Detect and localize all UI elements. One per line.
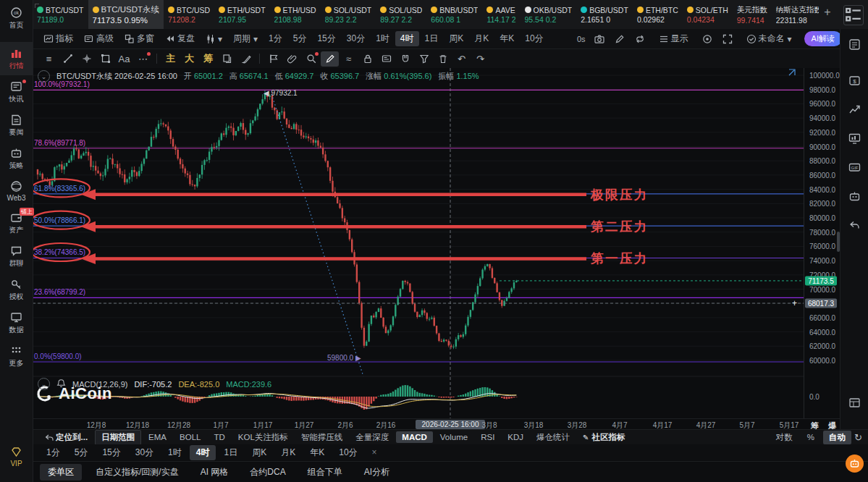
sidebar-item-数据[interactable]: 数据 xyxy=(0,306,33,339)
ticker-item[interactable]: SOL/USD89.27 2.2 xyxy=(376,0,426,29)
timeframe-年K[interactable]: 年K xyxy=(303,445,331,460)
note-button[interactable] xyxy=(846,36,862,52)
tool-magnet[interactable] xyxy=(396,51,414,67)
sidebar-item-vip[interactable]: VIP xyxy=(0,441,33,472)
indicator-tab-KDJ[interactable]: KDJ xyxy=(502,431,529,443)
tool-zoom[interactable] xyxy=(302,51,320,67)
ticker-item[interactable]: 纳斯达克指数22311.98 xyxy=(772,0,819,29)
indicator-tab-爆仓统计[interactable]: 爆仓统计 xyxy=(531,431,576,444)
display-settings-button[interactable]: 显示 xyxy=(654,31,694,46)
collapse-chevron-icon[interactable]: ⌄ xyxy=(38,378,50,390)
timeframe-周K[interactable]: 周K xyxy=(245,445,273,460)
ticker-item[interactable]: OKB/USDT95.54 0.2 xyxy=(521,0,577,29)
camera-button[interactable] xyxy=(593,33,606,46)
indicator-tab-Volume[interactable]: Volume xyxy=(434,431,473,443)
ticker-item[interactable]: SOL/USDT89.23 2.2 xyxy=(321,0,376,29)
indicator-tab-EMA[interactable]: EMA xyxy=(143,431,172,443)
tool-wave[interactable]: ≈ xyxy=(340,51,358,67)
toolbar-multiwindow-button[interactable]: 多窗 xyxy=(119,31,159,46)
candlestick-chart[interactable]: +100.0%(97932.1)78.6%(89771.8)61.8%(8336… xyxy=(33,68,804,418)
bottom-tab-合约DCA[interactable]: 合约DCA xyxy=(242,464,293,481)
bottom-tab-委单区[interactable]: 委单区 xyxy=(40,464,82,481)
indicator-tab-智能撑压线[interactable]: 智能撑压线 xyxy=(295,431,349,444)
timeframe-5分[interactable]: 5分 xyxy=(68,445,95,460)
tool-chips[interactable]: 筹 xyxy=(199,51,217,67)
indicator-tab-RSI[interactable]: RSI xyxy=(475,431,500,443)
reply-button[interactable] xyxy=(846,217,862,233)
tool-funnel[interactable] xyxy=(415,51,433,67)
pressure-annotation-text[interactable]: 极限压力 xyxy=(590,187,649,202)
period-年K[interactable]: 年K xyxy=(494,31,519,46)
toolbar-advanced-button[interactable]: 高级 xyxy=(79,31,119,46)
locate-button[interactable]: 定位到... xyxy=(38,431,93,444)
add-ticker-button[interactable]: + xyxy=(820,6,835,19)
ticker-item[interactable]: BTC/USDT永续71173.5 0.95% xyxy=(88,0,164,29)
timeframe-30分[interactable]: 30分 xyxy=(129,445,160,460)
ai-interpret-button[interactable]: AI解读 xyxy=(804,31,842,46)
record-button[interactable] xyxy=(701,33,714,46)
crosshair-plus-handle[interactable]: + xyxy=(792,298,797,308)
sidebar-item-要闻[interactable]: 要闻 xyxy=(0,109,33,142)
tool-lock[interactable] xyxy=(358,51,376,67)
tool-trash[interactable] xyxy=(434,51,452,67)
ticker-item[interactable]: SOL/ETH0.04234 xyxy=(683,0,733,29)
monitor-chart-button[interactable] xyxy=(846,130,862,146)
ticker-item[interactable]: BNB/USDT660.08 1 xyxy=(426,0,482,29)
sidebar-item-快讯[interactable]: 快讯 xyxy=(0,75,33,109)
indicator-tab-BOLL[interactable]: BOLL xyxy=(174,431,206,443)
tool-copy[interactable] xyxy=(218,51,236,67)
edit-button[interactable] xyxy=(613,33,626,46)
ticker-item[interactable]: AAVE114.17 2 xyxy=(482,0,520,29)
timeframe-1时[interactable]: 1时 xyxy=(161,445,188,460)
time-axis[interactable]: 2026-02-25 16:00 12月812月1812月281月71月171月… xyxy=(33,418,840,430)
tool-panel[interactable] xyxy=(377,51,395,67)
sidebar-item-资产[interactable]: 资产链上 xyxy=(0,206,33,240)
candle-style-dropdown[interactable]: ▾ xyxy=(201,33,227,46)
sidebar-item-策略[interactable]: 策略 xyxy=(0,142,33,175)
period-4时[interactable]: 4时 xyxy=(395,31,419,46)
period-5分[interactable]: 5分 xyxy=(288,31,312,46)
tool-pen[interactable] xyxy=(321,51,339,67)
timeframe-4时[interactable]: 4时 xyxy=(190,445,216,460)
ticker-item[interactable]: 美元指数99.7414 xyxy=(733,0,772,29)
chart-expand-icon[interactable] xyxy=(789,69,795,75)
pressure-annotation-text[interactable]: 第一压力 xyxy=(590,251,649,266)
timeframe-15分[interactable]: 15分 xyxy=(96,445,127,460)
tool-trendline[interactable] xyxy=(59,51,77,67)
indicator-tab-TD[interactable]: TD xyxy=(208,431,230,443)
collapse-chevron-icon[interactable]: ⌄ xyxy=(38,70,50,83)
ticker-item[interactable]: ETH/USD2108.98 xyxy=(270,0,321,29)
timeframe-10分[interactable]: 10分 xyxy=(332,445,363,460)
bottom-tab-自定义指标/回测/实盘[interactable]: 自定义指标/回测/实盘 xyxy=(88,464,187,481)
sidebar-item-首页[interactable]: ok首页 xyxy=(0,1,33,35)
ticker-item[interactable]: BTC/USDT71189.0 xyxy=(33,0,88,29)
tool-menu[interactable]: ≡ xyxy=(40,51,58,67)
period-10分[interactable]: 10分 xyxy=(520,31,548,46)
wallet-dollar-button[interactable]: $ xyxy=(846,72,862,88)
period-1日[interactable]: 1日 xyxy=(420,31,444,46)
fullscreen-button[interactable] xyxy=(721,33,734,46)
loop-button[interactable] xyxy=(633,33,646,46)
toolbar-indicator-button[interactable]: 指标 xyxy=(38,31,78,46)
ticker-item[interactable]: BGB/USDT2.1651 0 xyxy=(576,0,633,29)
tool-main[interactable]: 主 xyxy=(161,51,180,67)
tool-more-dots[interactable]: ⋯ xyxy=(134,51,152,67)
tool-flag[interactable] xyxy=(264,51,282,67)
layout-name-dropdown[interactable]: 未命名▾ xyxy=(741,31,797,46)
alert-bell-icon[interactable] xyxy=(56,379,66,389)
scale-option-自动[interactable]: 自动 xyxy=(823,431,851,444)
tool-attach[interactable] xyxy=(283,51,301,67)
period-1时[interactable]: 1时 xyxy=(371,31,395,46)
tool-undo[interactable]: ↶ xyxy=(452,51,471,67)
period-dropdown[interactable]: 周期▾ xyxy=(228,31,263,46)
period-周K[interactable]: 周K xyxy=(444,31,468,46)
toolbar-replay-button[interactable]: 复盘 xyxy=(160,31,200,46)
timeframe-1分[interactable]: 1分 xyxy=(40,445,67,460)
period-30分[interactable]: 30分 xyxy=(342,31,370,46)
bottom-tab-AI 网格[interactable]: AI 网格 xyxy=(193,464,237,481)
ai-robot-button[interactable] xyxy=(846,188,862,204)
timeframe-月K[interactable]: 月K xyxy=(274,445,302,460)
ticker-list-toggle-button[interactable] xyxy=(843,5,864,25)
tool-text[interactable]: Aa xyxy=(115,51,133,67)
period-月K[interactable]: 月K xyxy=(469,31,494,46)
